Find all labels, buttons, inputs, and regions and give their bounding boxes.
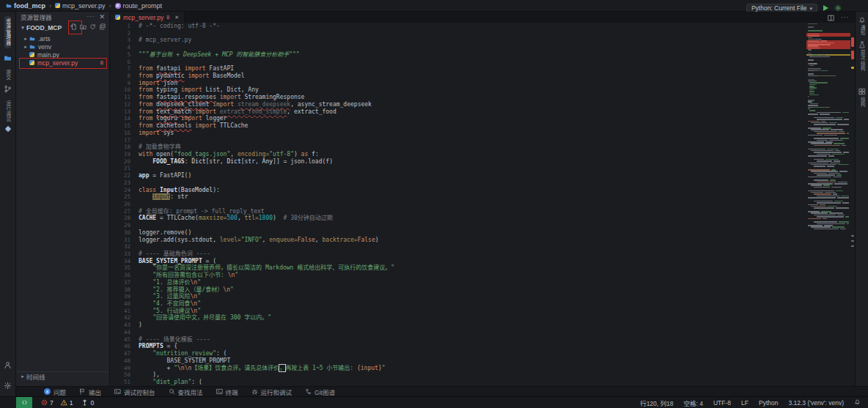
timeline-section[interactable]: ▸ 时间线 (16, 371, 109, 380)
right-activity-通知[interactable] (856, 16, 868, 23)
panel-tab-运行和调试[interactable]: 运行和调试 (251, 387, 293, 396)
activity-item-提交[interactable]: 提交 (0, 70, 15, 81)
ruler-mark (851, 67, 854, 69)
panel-tab-查找用法[interactable]: 查找用法 (169, 387, 203, 396)
tree-item-.arts[interactable]: ▸.arts (16, 34, 109, 42)
collapse-all-icon (99, 23, 106, 30)
folder-icon (29, 36, 35, 42)
code-line: 45# ---- 场景化模板 ---- (110, 336, 806, 344)
person-button[interactable] (4, 359, 12, 372)
code-line: 35 "你是一名资深注册营养师，擅长以简洁的 Markdown 格式给出科学、可… (110, 264, 806, 272)
python-file-icon (55, 3, 60, 8)
code-line: 11from fastapi.responses import Streamin… (110, 94, 806, 101)
explorer-toolbar (70, 23, 109, 31)
new-folder-icon (80, 23, 87, 30)
new-file-button[interactable] (70, 23, 77, 31)
panel-tab-输出[interactable]: 输出 (79, 387, 101, 396)
status-item[interactable]: 3.12.3 ('venv': venv) (788, 399, 844, 407)
explorer-close-icon[interactable]: ✕ (99, 14, 105, 21)
notifications-bell-icon[interactable] (854, 398, 861, 407)
line-number: 25 (110, 193, 139, 201)
line-number: 49 (110, 365, 139, 372)
code-line: 49 + "\n\n【场景】饮食点评。请先总体评价，再按上表 1~5 小节输出:… (110, 365, 806, 372)
branch-icon (4, 85, 12, 93)
code-line: 40 "4. 不宜同食\n" (110, 300, 806, 308)
tab-close-icon[interactable]: ✕ (174, 15, 179, 21)
ruler-mark (851, 51, 854, 59)
tree-root-food-mcp[interactable]: ▾ FOOD_MCP (16, 23, 109, 32)
explorer-more-icon[interactable]: ··· (87, 14, 95, 20)
bell-icon (858, 16, 866, 23)
breadcrumb-item[interactable]: mcp_server.py (55, 2, 106, 10)
root-folder-name: FOOD_MCP (26, 24, 62, 31)
gear-icon (834, 4, 842, 12)
line-number: 24 (110, 187, 139, 194)
code-line: 51 "diet_plan": ( (110, 379, 806, 386)
minimap[interactable] (806, 23, 850, 386)
line-number: 26 (110, 201, 139, 208)
tab-mcp-server[interactable]: mcp_server.py 8 ✕ (110, 12, 185, 23)
breadcrumb-separator: › (109, 2, 111, 10)
code-line: 21 (110, 165, 806, 172)
split-editor-icon[interactable] (828, 11, 834, 24)
code-line: 24class Input(BaseModel): (110, 187, 806, 194)
gear-button[interactable] (4, 379, 12, 393)
breadcrumb-item[interactable]: food_mcp (6, 2, 45, 10)
breadcrumb-item[interactable]: Proute_prompt (115, 2, 163, 10)
line-number: 37 (110, 279, 139, 286)
status-item[interactable]: UTF-8 (713, 399, 731, 407)
activity-item-运行调试[interactable]: 运行调试 (0, 100, 15, 122)
gear-icon (4, 382, 12, 390)
status-ports[interactable]: 0 (81, 399, 94, 407)
activity-item-branch[interactable] (0, 85, 15, 93)
code-line: 4 (110, 44, 806, 51)
line-number: 10 (110, 86, 139, 94)
line-number: 15 (110, 122, 139, 130)
breadcrumb[interactable]: food_mcp›mcp_server.py›Proute_prompt (0, 2, 162, 10)
flag-icon (79, 388, 86, 395)
folder-icon (6, 3, 12, 9)
new-folder-button[interactable] (80, 23, 87, 31)
refresh-button[interactable] (89, 23, 96, 31)
activity-item-folder-fill[interactable] (0, 54, 15, 62)
status-problems[interactable]: 71 (41, 399, 73, 407)
code-line: 1# -*- coding: utf-8 -*- (110, 23, 806, 30)
panel-tab-问题[interactable]: 8问题 (44, 387, 66, 396)
code-line: 18# 加载食物字典 (110, 144, 806, 151)
panel-tab-Git图谱[interactable]: Git图谱 (305, 387, 335, 396)
status-item[interactable]: 行120, 列18 (640, 398, 673, 407)
right-activity-结构[interactable] (856, 88, 868, 95)
line-number: 29 (110, 222, 139, 229)
status-item[interactable]: Python (759, 399, 778, 407)
code-line: 8from pydantic import BaseModel (110, 73, 806, 80)
code-line: 3# mcp_server.py (110, 37, 806, 44)
line-number: 35 (110, 264, 139, 272)
panel-tab-调试控制台[interactable]: 调试控制台 (114, 387, 155, 396)
python-file-icon (115, 15, 120, 20)
status-item[interactable]: LF (741, 399, 749, 407)
editor-more-icon[interactable]: ··· (841, 15, 849, 21)
panel-tab-终端[interactable]: 终端 (216, 387, 238, 396)
tree-item-venv[interactable]: ▸venv (16, 42, 109, 51)
code-line: 46PROMPTS = { (110, 343, 806, 350)
code-line: 10from typing import List, Dict, Any (110, 86, 806, 94)
code-editor[interactable]: 1# -*- coding: utf-8 -*-23# mcp_server.p… (110, 23, 806, 386)
tree-item-mcp_server.py[interactable]: mcp_server.py8 (16, 59, 109, 67)
ports-count: 0 (90, 399, 94, 407)
remote-indicator[interactable] (16, 397, 32, 408)
right-activity-label: 通知 (856, 25, 868, 36)
activity-item-资源管理器[interactable]: 资源管理器 (0, 16, 15, 48)
code-line: 44 (110, 329, 806, 336)
line-number: 1 (110, 23, 139, 30)
status-item[interactable]: 空格: 4 (684, 398, 703, 407)
activity-item-diamond[interactable] (0, 127, 15, 131)
warning-count: 1 (70, 399, 73, 407)
right-activity-层次结构[interactable] (856, 41, 868, 48)
code-line: 34BASE_SYSTEM_PROMPT = ( (110, 258, 806, 265)
code-line: 15from cachetools import TTLCache (110, 122, 806, 130)
line-number: 3 (110, 37, 139, 44)
collapse-all-button[interactable] (99, 23, 106, 31)
flask-icon (858, 41, 866, 48)
tree-item-main.py[interactable]: main.py (16, 51, 109, 59)
line-number: 2 (110, 30, 139, 37)
